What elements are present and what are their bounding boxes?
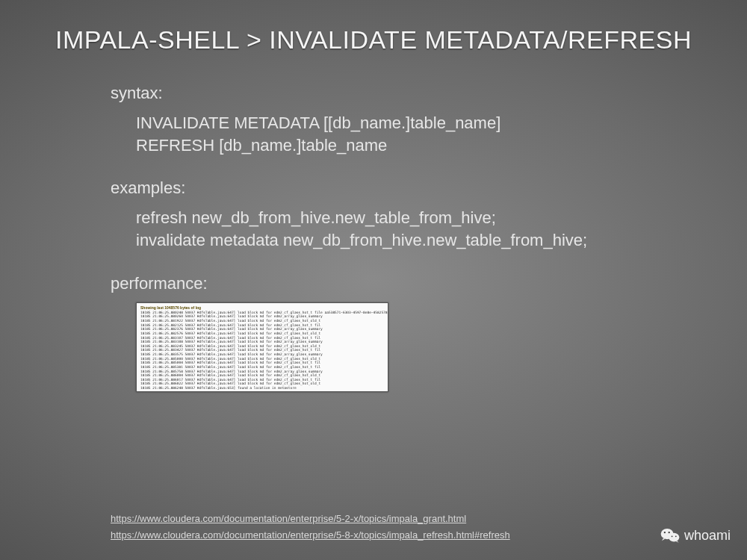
watermark-text: whoami: [684, 528, 731, 544]
performance-label: performance:: [111, 274, 717, 293]
watermark: whoami: [660, 527, 731, 544]
slide: IMPALA-SHELL > INVALIDATE METADATA/REFRE…: [0, 0, 747, 560]
example-line: invalidate metadata new_db_from_hive.new…: [136, 229, 717, 252]
svg-point-4: [672, 535, 673, 537]
examples-label: examples:: [111, 178, 717, 198]
reference-links: https://www.cloudera.com/documentation/e…: [111, 511, 510, 544]
examples-body: refresh new_db_from_hive.new_table_from_…: [136, 207, 717, 251]
performance-block: performance: Showing last 1048576 bytes …: [111, 274, 717, 392]
syntax-label: syntax:: [111, 84, 717, 103]
reference-link[interactable]: https://www.cloudera.com/documentation/e…: [111, 529, 510, 541]
svg-point-1: [669, 533, 679, 542]
examples-block: examples: refresh new_db_from_hive.new_t…: [111, 178, 717, 251]
svg-point-5: [675, 535, 677, 537]
syntax-block: syntax: INVALIDATE METADATA [[db_name.]t…: [111, 84, 717, 156]
syntax-line: INVALIDATE METADATA [[db_name.]table_nam…: [136, 112, 717, 134]
svg-point-3: [668, 532, 669, 533]
reference-link[interactable]: https://www.cloudera.com/documentation/e…: [111, 513, 466, 524]
svg-point-2: [664, 532, 666, 533]
syntax-body: INVALIDATE METADATA [[db_name.]table_nam…: [136, 112, 717, 156]
syntax-line: REFRESH [db_name.]table_name: [136, 134, 717, 157]
slide-title: IMPALA-SHELL > INVALIDATE METADATA/REFRE…: [0, 25, 747, 55]
slide-content: syntax: INVALIDATE METADATA [[db_name.]t…: [111, 84, 717, 414]
log-header: Showing last 1048576 bytes of log: [140, 305, 384, 311]
example-line: refresh new_db_from_hive.new_table_from_…: [136, 207, 717, 229]
wechat-icon: [660, 527, 680, 544]
log-line: 18185 21:06:25.886248 50037 HdfsTable.ja…: [140, 386, 384, 391]
performance-log-screenshot: Showing last 1048576 bytes of log 18185 …: [136, 302, 388, 392]
